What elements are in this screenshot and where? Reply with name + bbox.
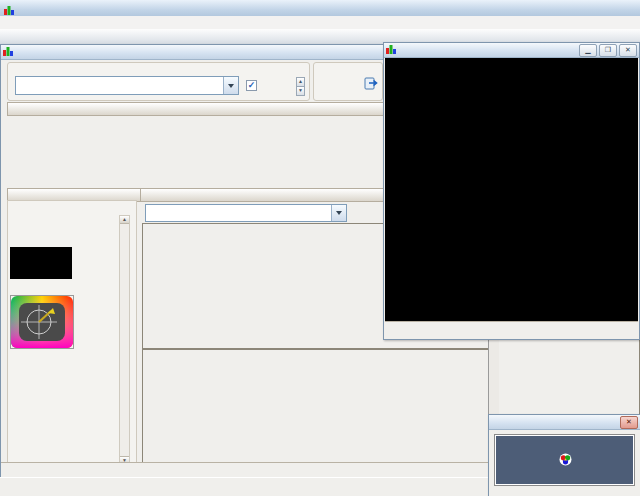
rgb-bars-chart xyxy=(10,247,72,279)
chevron-down-icon[interactable] xyxy=(223,77,238,94)
donnees-scrollbar[interactable]: ▲ ▼ xyxy=(119,215,130,465)
logo-trefoil-icon xyxy=(559,453,572,468)
screen: ✓ ▲ ▼ xyxy=(0,0,640,496)
about-dialog: ✕ xyxy=(488,414,640,496)
minimize-button[interactable]: ▁ xyxy=(579,44,597,57)
hcfr-logo xyxy=(495,435,634,485)
about-titlebar[interactable]: ✕ xyxy=(489,415,640,430)
window-cie: ▁ ❐ ✕ xyxy=(383,42,640,340)
color-target xyxy=(10,295,74,349)
selected-color-panel: ▲ ▼ xyxy=(7,200,137,470)
spinner-control[interactable]: ▲ ▼ xyxy=(296,77,305,96)
doc2-tabbar xyxy=(385,321,638,339)
scroll-up-icon[interactable]: ▲ xyxy=(120,216,129,224)
menu-bar xyxy=(0,16,640,30)
chevron-down-icon[interactable] xyxy=(331,205,346,221)
donnees-editables-checkbox[interactable]: ✓ xyxy=(246,80,257,91)
close-button[interactable]: ✕ xyxy=(619,44,637,57)
restore-button[interactable]: ❐ xyxy=(599,44,617,57)
delta-e-chart xyxy=(142,349,490,463)
cie-diagram xyxy=(385,58,638,321)
doc2-icon xyxy=(386,44,396,56)
close-icon[interactable]: ✕ xyxy=(620,416,638,429)
doc2-titlebar[interactable]: ▁ ❐ ✕ xyxy=(384,43,639,58)
display-mode-dropdown[interactable] xyxy=(15,76,239,95)
app-titlebar[interactable] xyxy=(0,0,640,17)
doc1-icon xyxy=(3,46,13,58)
informations-selector[interactable] xyxy=(145,204,347,222)
capteur-groupbox xyxy=(313,62,383,101)
affichage-groupbox: ✓ ▲ ▼ xyxy=(7,62,310,101)
sensor-config-icon[interactable] xyxy=(364,76,379,95)
